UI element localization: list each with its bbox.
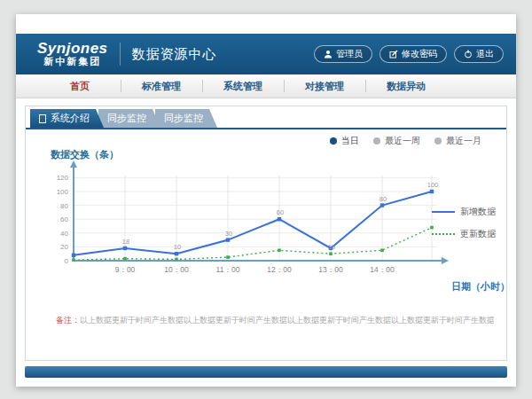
tab-0[interactable]: 系统介绍 — [30, 109, 104, 128]
note-prefix: 备注： — [56, 316, 80, 325]
tab-label: 同步监控 — [107, 109, 146, 128]
svg-text:9：00: 9：00 — [115, 265, 136, 274]
legend-item-1[interactable]: 更新数据 — [432, 228, 496, 240]
nav-item-0[interactable]: 首页 — [39, 74, 121, 98]
svg-text:120: 120 — [57, 174, 69, 182]
user-button-label: 管理员 — [336, 48, 363, 60]
radio-option-0[interactable]: 当日 — [330, 135, 359, 147]
svg-text:10: 10 — [328, 243, 335, 251]
svg-text:60: 60 — [277, 208, 284, 216]
radio-label: 最近一月 — [446, 135, 481, 147]
app-header: Synjones 新中新集团 数据资源中心 管理员 修改密码 — [16, 34, 516, 74]
radio-option-1[interactable]: 最近一周 — [373, 135, 420, 147]
nav-item-2[interactable]: 系统管理 — [202, 74, 284, 98]
nav-item-4[interactable]: 数据异动 — [365, 74, 447, 98]
svg-text:12：00: 12：00 — [267, 265, 292, 274]
svg-text:13：00: 13：00 — [318, 265, 343, 274]
change-password-button[interactable]: 修改密码 — [379, 45, 447, 63]
radio-label: 当日 — [341, 135, 359, 147]
logo-subtext: 新中新集团 — [37, 57, 108, 67]
tab-label: 系统介绍 — [51, 109, 90, 128]
logout-label: 退出 — [476, 48, 494, 60]
svg-text:100: 100 — [57, 188, 69, 196]
legend-label: 更新数据 — [460, 228, 496, 240]
svg-text:14：00: 14：00 — [370, 265, 395, 274]
tab-bar: 系统介绍同步监控同步监控 — [26, 106, 506, 129]
tab-label: 同步监控 — [164, 109, 203, 128]
time-range-filter: 当日最近一周最近一月 — [330, 135, 481, 147]
user-icon — [324, 50, 332, 59]
nav-item-1[interactable]: 标准管理 — [121, 74, 202, 98]
edit-icon — [389, 50, 398, 59]
footer-bar — [25, 366, 507, 378]
legend-item-0[interactable]: 新增数据 — [432, 206, 496, 218]
svg-text:10: 10 — [174, 243, 181, 251]
line-chart: 0204060801001209：0010：0011：0012：0013：001… — [43, 158, 451, 291]
main-nav: 首页标准管理系统管理对接管理数据异动 — [16, 74, 516, 98]
radio-option-2[interactable]: 最近一月 — [434, 135, 481, 147]
svg-text:40: 40 — [60, 230, 68, 238]
logout-button[interactable]: 退出 — [454, 45, 504, 63]
x-axis-title: 日期（小时） — [451, 280, 510, 293]
radio-selected-icon — [330, 137, 337, 145]
header-divider — [120, 43, 121, 66]
svg-text:11：00: 11：00 — [216, 265, 240, 274]
legend-label: 新增数据 — [460, 206, 496, 218]
chart-legend: 新增数据更新数据 — [432, 206, 496, 240]
company-logo[interactable]: Synjones 新中新集团 — [37, 41, 108, 66]
svg-text:30: 30 — [225, 230, 232, 238]
browser-strip — [16, 14, 516, 34]
document-icon — [39, 114, 46, 123]
note-text: 以上数据更新于时间产生数据以上数据更新于时间产生数据以上数据更新于时间产生数据以… — [80, 316, 494, 325]
nav-item-3[interactable]: 对接管理 — [284, 74, 365, 98]
svg-text:0: 0 — [65, 257, 69, 265]
svg-text:80: 80 — [379, 195, 387, 203]
legend-line-icon — [432, 211, 455, 213]
radio-icon — [373, 137, 380, 145]
radio-icon — [434, 137, 442, 145]
svg-text:20: 20 — [60, 243, 68, 251]
svg-text:10：00: 10：00 — [164, 265, 189, 274]
svg-text:18: 18 — [122, 238, 129, 246]
content-panel: 系统介绍同步监控同步监控 当日最近一周最近一月 数据交换（条） 02040608… — [25, 106, 507, 361]
legend-line-icon — [432, 233, 455, 235]
header-buttons: 管理员 修改密码 退出 — [314, 45, 504, 63]
svg-text:60: 60 — [60, 215, 68, 223]
change-password-label: 修改密码 — [402, 48, 437, 60]
footer-note: 备注：以上数据更新于时间产生数据以上数据更新于时间产生数据以上数据更新于时间产生… — [56, 315, 494, 326]
svg-text:100: 100 — [427, 181, 439, 189]
app-window: Synjones 新中新集团 数据资源中心 管理员 修改密码 — [16, 14, 516, 387]
tab-2[interactable]: 同步监控 — [155, 109, 217, 128]
page-title: 数据资源中心 — [132, 46, 217, 63]
power-icon — [464, 50, 473, 59]
logo-text: Synjones — [37, 41, 108, 57]
tab-1[interactable]: 同步监控 — [98, 109, 160, 128]
svg-text:80: 80 — [60, 202, 68, 210]
user-button[interactable]: 管理员 — [314, 45, 372, 63]
radio-label: 最近一周 — [385, 135, 420, 147]
